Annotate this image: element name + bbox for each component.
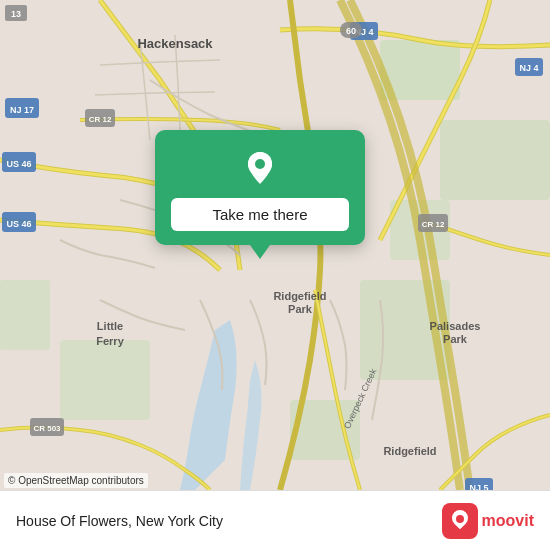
svg-rect-5 <box>60 340 150 420</box>
svg-point-40 <box>255 159 265 169</box>
svg-text:Park: Park <box>443 333 468 345</box>
popup-card: Take me there <box>155 130 365 245</box>
svg-text:13: 13 <box>11 9 21 19</box>
moovit-logo: moovit <box>442 503 534 539</box>
svg-text:Park: Park <box>288 303 313 315</box>
osm-attribution: © OpenStreetMap contributors <box>4 473 148 488</box>
svg-text:CR 12: CR 12 <box>89 115 112 124</box>
location-label: House Of Flowers, New York City <box>16 513 223 529</box>
location-pin-icon <box>240 148 280 188</box>
svg-text:CR 503: CR 503 <box>33 424 61 433</box>
svg-text:Hackensack: Hackensack <box>137 36 213 51</box>
svg-text:60: 60 <box>346 26 356 36</box>
svg-text:NJ 4: NJ 4 <box>519 63 538 73</box>
moovit-wordmark: moovit <box>482 512 534 530</box>
svg-text:US 46: US 46 <box>6 219 31 229</box>
svg-text:NJ 5: NJ 5 <box>469 483 488 490</box>
svg-text:Ridgefield: Ridgefield <box>273 290 326 302</box>
bottom-bar: House Of Flowers, New York City moovit <box>0 490 550 550</box>
svg-text:Little: Little <box>97 320 123 332</box>
moovit-icon <box>442 503 478 539</box>
svg-text:US 46: US 46 <box>6 159 31 169</box>
svg-text:CR 12: CR 12 <box>422 220 445 229</box>
svg-rect-6 <box>0 280 50 350</box>
svg-text:Palisades: Palisades <box>430 320 481 332</box>
popup-tail <box>250 245 270 259</box>
take-me-there-button[interactable]: Take me there <box>171 198 349 231</box>
svg-text:Ferry: Ferry <box>96 335 124 347</box>
svg-text:Ridgefield: Ridgefield <box>383 445 436 457</box>
svg-text:NJ 17: NJ 17 <box>10 105 34 115</box>
map-container[interactable]: NJ 17 US 46 US 46 NJ 4 NJ 4 CR 12 CR 12 … <box>0 0 550 490</box>
svg-rect-2 <box>440 120 550 200</box>
